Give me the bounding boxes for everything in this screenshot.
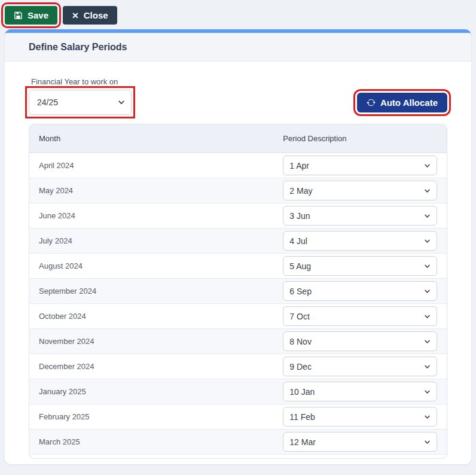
month-cell: March 2025: [29, 430, 273, 455]
period-select-wrap: 2 May: [283, 181, 437, 200]
x-icon: ✕: [72, 11, 79, 20]
period-cell: 3 Jun: [273, 203, 447, 229]
month-cell: July 2024: [29, 229, 273, 254]
period-select[interactable]: 5 Aug: [283, 256, 437, 276]
salary-periods-table-container: Month Period Description April 2024 1 Ap…: [29, 124, 447, 459]
period-select[interactable]: 2 May: [283, 181, 437, 200]
period-select[interactable]: 11 Feb: [283, 407, 437, 427]
close-button[interactable]: ✕ Close: [63, 6, 117, 25]
period-select-wrap: 4 Jul: [283, 231, 437, 251]
table-row: January 2025 10 Jan: [29, 379, 447, 404]
period-select-wrap: 10 Jan: [283, 382, 437, 401]
table-row: March 2025 12 Mar: [29, 430, 447, 455]
month-cell: June 2024: [29, 203, 273, 229]
floppy-disk-icon: [14, 11, 23, 20]
month-cell: February 2025: [29, 404, 273, 430]
controls-row: 24/25 Auto Allocate: [29, 90, 447, 115]
period-select-wrap: 5 Aug: [283, 256, 437, 276]
toolbar: Save ✕ Close: [0, 0, 476, 25]
month-cell: November 2024: [29, 329, 273, 354]
month-cell: October 2024: [29, 304, 273, 329]
period-select-wrap: 1 Apr: [283, 156, 437, 175]
page-title: Define Salary Periods: [29, 42, 447, 53]
month-cell: April 2024: [29, 153, 273, 178]
period-select-wrap: 6 Sep: [283, 281, 437, 301]
column-header-month: Month: [29, 124, 273, 153]
month-cell: January 2025: [29, 379, 273, 404]
period-select-wrap: 11 Feb: [283, 407, 437, 427]
period-select-wrap: 9 Dec: [283, 357, 437, 376]
financial-year-label: Financial Year to work on: [31, 77, 447, 86]
period-cell: 10 Jan: [273, 379, 447, 404]
period-cell: 4 Jul: [273, 229, 447, 254]
table-row: October 2024 7 Oct: [29, 304, 447, 329]
auto-allocate-button[interactable]: Auto Allocate: [357, 93, 447, 112]
close-button-label: Close: [84, 11, 108, 20]
table-row: April 2024 1 Apr: [29, 153, 447, 178]
table-row: November 2024 8 Nov: [29, 329, 447, 354]
period-select[interactable]: 4 Jul: [283, 231, 437, 251]
period-select[interactable]: 8 Nov: [283, 331, 437, 351]
salary-periods-table: Month Period Description April 2024 1 Ap…: [29, 124, 447, 455]
period-cell: 11 Feb: [273, 404, 447, 430]
financial-year-select[interactable]: 24/25: [29, 90, 132, 115]
period-cell: 5 Aug: [273, 254, 447, 279]
month-cell: August 2024: [29, 254, 273, 279]
save-button[interactable]: Save: [5, 6, 57, 25]
period-select[interactable]: 10 Jan: [283, 382, 437, 401]
period-select-wrap: 3 Jun: [283, 206, 437, 226]
sync-arrows-icon: [367, 98, 376, 107]
month-cell: December 2024: [29, 354, 273, 379]
period-select[interactable]: 12 Mar: [283, 432, 437, 452]
panel-body: Financial Year to work on 24/25 Auto All…: [5, 62, 471, 471]
panel-header: Define Salary Periods: [5, 33, 471, 62]
period-select[interactable]: 6 Sep: [283, 281, 437, 301]
period-cell: 12 Mar: [273, 430, 447, 455]
table-row: September 2024 6 Sep: [29, 279, 447, 304]
period-select-wrap: 12 Mar: [283, 432, 437, 452]
period-select-wrap: 8 Nov: [283, 331, 437, 351]
period-select[interactable]: 9 Dec: [283, 357, 437, 376]
save-button-label: Save: [28, 11, 48, 20]
period-select[interactable]: 7 Oct: [283, 306, 437, 326]
period-select[interactable]: 1 Apr: [283, 156, 437, 175]
period-select-wrap: 7 Oct: [283, 306, 437, 326]
table-row: August 2024 5 Aug: [29, 254, 447, 279]
table-row: June 2024 3 Jun: [29, 203, 447, 229]
table-row: December 2024 9 Dec: [29, 354, 447, 379]
period-cell: 7 Oct: [273, 304, 447, 329]
period-select[interactable]: 3 Jun: [283, 206, 437, 226]
table-row: February 2025 11 Feb: [29, 404, 447, 430]
period-cell: 6 Sep: [273, 279, 447, 304]
table-row: May 2024 2 May: [29, 178, 447, 203]
define-salary-periods-panel: Define Salary Periods Financial Year to …: [5, 29, 471, 464]
period-cell: 9 Dec: [273, 354, 447, 379]
month-cell: May 2024: [29, 178, 273, 203]
column-header-period-description: Period Description: [273, 124, 447, 153]
month-cell: September 2024: [29, 279, 273, 304]
table-row: July 2024 4 Jul: [29, 229, 447, 254]
financial-year-select-wrap: 24/25: [29, 90, 132, 115]
table-header-row: Month Period Description: [29, 124, 447, 153]
auto-allocate-label: Auto Allocate: [380, 98, 438, 107]
period-cell: 8 Nov: [273, 329, 447, 354]
period-cell: 2 May: [273, 178, 447, 203]
period-cell: 1 Apr: [273, 153, 447, 178]
